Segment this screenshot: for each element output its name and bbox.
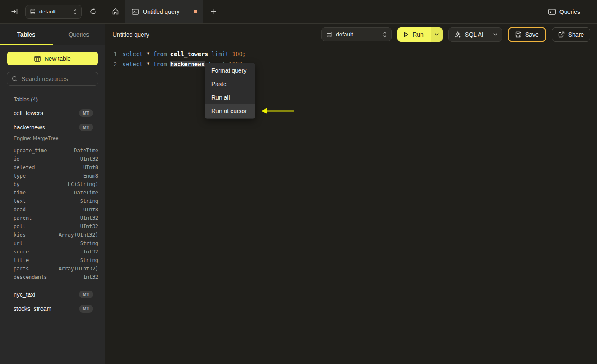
column-row-parent: parentUInt32 — [7, 214, 98, 222]
toolbar-database-value: default — [336, 31, 379, 38]
search-resources-input[interactable] — [22, 75, 93, 82]
column-row-poll: pollUInt32 — [7, 222, 98, 231]
console-icon — [548, 9, 556, 15]
tab-label: Untitled query — [143, 8, 189, 15]
run-button-label: Run — [413, 31, 424, 38]
new-tab-button[interactable] — [208, 7, 219, 17]
context-menu-item-paste[interactable]: Paste — [205, 77, 255, 91]
queries-button[interactable]: Queries — [548, 8, 580, 15]
column-name: kids — [14, 232, 26, 238]
table-item-hackernews[interactable]: hackernewsMT — [7, 120, 98, 135]
home-icon[interactable] — [111, 7, 121, 17]
sidebar: Tables Queries New table Tables (4) cell… — [0, 24, 105, 364]
column-row-id: idUInt32 — [7, 155, 98, 163]
top-bar: default — [0, 0, 597, 24]
topbar-database-value: default — [39, 8, 70, 15]
console-icon — [132, 9, 139, 15]
column-name: text — [14, 198, 26, 205]
column-name: poll — [14, 224, 26, 230]
column-type: String — [80, 198, 98, 205]
column-name: title — [14, 257, 29, 264]
engine-badge: MT — [79, 124, 93, 131]
run-button[interactable]: Run — [397, 27, 431, 42]
column-row-title: titleString — [7, 256, 98, 264]
queries-button-label: Queries — [559, 8, 580, 15]
collapse-sidebar-icon[interactable] — [9, 7, 19, 17]
table-item-cell_towers[interactable]: cell_towersMT — [7, 106, 98, 120]
column-type: UInt32 — [80, 224, 98, 230]
share-button[interactable]: Share — [552, 27, 590, 42]
run-options-caret[interactable] — [431, 27, 443, 42]
annotation-arrow-icon — [260, 107, 295, 116]
code-line-1[interactable]: 1select * from cell_towers limit 100; — [106, 49, 597, 59]
column-row-kids: kidsArray(UInt32) — [7, 231, 98, 239]
sidebar-tab-tables[interactable]: Tables — [0, 24, 53, 45]
save-button[interactable]: Save — [508, 27, 546, 42]
context-menu-item-run-all[interactable]: Run all — [205, 91, 255, 104]
sql-ai-button[interactable]: SQL AI — [449, 28, 489, 41]
engine-label: Engine: MergeTree — [14, 135, 98, 141]
chevron-updown-icon — [73, 9, 77, 15]
column-type: UInt8 — [83, 207, 98, 213]
column-row-time: timeDateTime — [7, 189, 98, 197]
column-row-descendants: descendantsInt32 — [7, 273, 98, 281]
code-line-2[interactable]: 2select * from hackernews limit 1000 — [106, 59, 597, 69]
column-type: Array(UInt32) — [59, 266, 98, 272]
engine-badge: MT — [79, 291, 93, 298]
search-resources-box[interactable] — [7, 72, 98, 86]
column-name: time — [14, 190, 26, 196]
column-row-text: textString — [7, 197, 98, 205]
tab-untitled-query[interactable]: Untitled query — [125, 0, 203, 23]
sidebar-tab-queries[interactable]: Queries — [53, 24, 105, 45]
refresh-icon[interactable] — [88, 7, 98, 17]
table-name: nyc_taxi — [14, 291, 35, 298]
column-name: url — [14, 240, 23, 247]
sql-ai-caret[interactable] — [489, 28, 502, 41]
column-name: dead — [14, 207, 26, 213]
column-name: id — [14, 156, 19, 162]
sql-ai-split-button: SQL AI — [448, 27, 502, 42]
column-type: Int32 — [83, 249, 98, 255]
unsaved-changes-dot — [194, 10, 197, 13]
sparkles-icon — [454, 31, 461, 38]
column-row-parts: partsArray(UInt32) — [7, 264, 98, 273]
database-icon — [30, 8, 36, 15]
table-name: hackernews — [14, 124, 45, 131]
context-menu-item-format-query[interactable]: Format query — [205, 64, 255, 77]
code-text: select * from cell_towers limit 100; — [117, 51, 246, 57]
column-type: String — [80, 257, 98, 264]
line-number: 1 — [106, 51, 117, 57]
new-table-label: New table — [44, 55, 70, 62]
new-table-button[interactable]: New table — [7, 52, 98, 65]
context-menu-item-run-at-cursor[interactable]: Run at cursor — [205, 104, 255, 118]
toolbar-database-selector[interactable]: default — [321, 27, 392, 41]
chevron-updown-icon — [383, 32, 387, 38]
sql-editor[interactable]: 1select * from cell_towers limit 100;2se… — [106, 46, 597, 364]
column-name: parts — [14, 266, 29, 272]
column-name: parent — [14, 215, 32, 221]
play-icon — [403, 32, 409, 38]
engine-badge: MT — [79, 305, 93, 313]
tab-strip: Untitled query — [105, 0, 548, 23]
code-lines: 1select * from cell_towers limit 100;2se… — [106, 49, 597, 69]
column-name: update_time — [14, 148, 47, 154]
column-type: Array(UInt32) — [59, 232, 98, 238]
save-icon — [515, 31, 521, 38]
column-type: String — [80, 240, 98, 247]
column-type: UInt8 — [83, 164, 98, 171]
search-icon — [12, 76, 18, 82]
table-icon — [34, 56, 41, 62]
query-title: Untitled query — [113, 31, 149, 38]
sidebar-tabs: Tables Queries — [0, 24, 105, 45]
table-item-nyc_taxi[interactable]: nyc_taxiMT — [7, 287, 98, 302]
table-item-stocks_stream[interactable]: stocks_streamMT — [7, 302, 98, 316]
tables-list: cell_towersMThackernewsMTEngine: MergeTr… — [7, 106, 98, 316]
save-button-label: Save — [525, 31, 539, 38]
column-type: Enum8 — [83, 173, 98, 179]
column-type: Int32 — [83, 274, 98, 280]
external-link-icon — [558, 31, 565, 38]
column-row-by: byLC(String) — [7, 180, 98, 189]
topbar-database-selector[interactable]: default — [25, 5, 82, 19]
column-row-type: typeEnum8 — [7, 172, 98, 180]
column-name: by — [14, 181, 19, 188]
